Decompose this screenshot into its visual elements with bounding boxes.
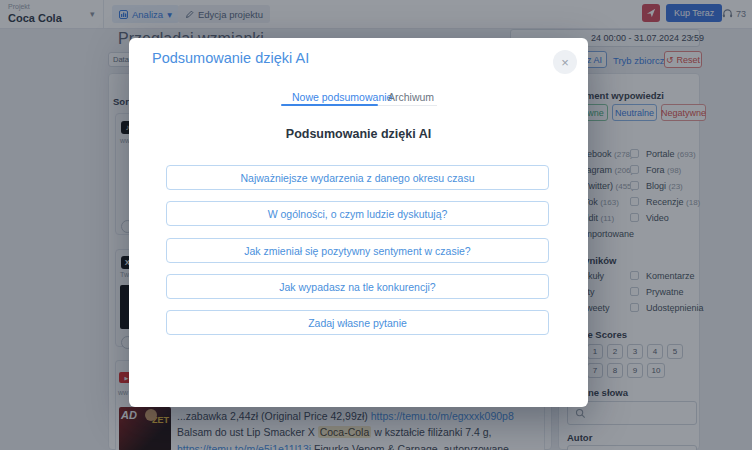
app-root: Projekt Coca Cola ▾ Analiza ▾ Edycja pro…: [0, 0, 752, 450]
ai-option-competition-button[interactable]: Jak wypadasz na tle konkurencji?: [166, 274, 549, 299]
ai-option-own-question-button[interactable]: Zadaj własne pytanie: [166, 310, 549, 335]
ai-summary-modal: Podsumowanie dzięki AI × Nowe podsumowan…: [129, 38, 588, 407]
ai-option-sentiment-button[interactable]: Jak zmieniał się pozytywny sentyment w c…: [166, 238, 549, 263]
tab-archive[interactable]: Archiwum: [388, 91, 434, 103]
ai-option-events-button[interactable]: Najważniejsze wydarzenia z danego okresu…: [166, 165, 549, 190]
modal-title: Podsumowanie dzięki AI: [152, 50, 309, 66]
close-icon: ×: [561, 55, 569, 70]
modal-body-title: Podsumowanie dzięki AI: [129, 127, 588, 141]
close-button[interactable]: ×: [553, 50, 577, 74]
tab-underline-active: [281, 104, 378, 106]
ai-option-topics-button[interactable]: W ogólności, o czym ludzie dyskutują?: [166, 201, 549, 226]
tab-new-summary[interactable]: Nowe podsumowanie: [292, 91, 392, 103]
